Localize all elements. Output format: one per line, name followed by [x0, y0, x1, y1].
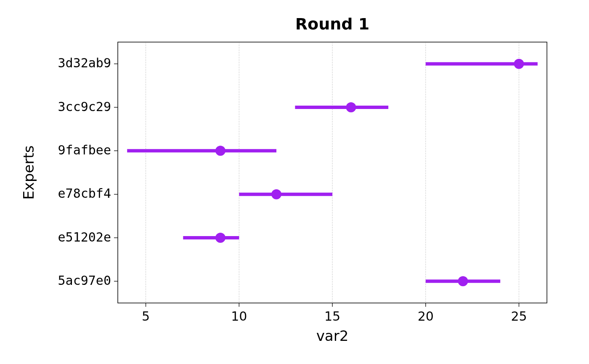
interval-point: [215, 233, 226, 243]
y-tick-label: e78cbf4: [58, 186, 111, 201]
x-tick-label: 15: [324, 309, 340, 324]
chart-container: 5101520255ac97e0e51202ee78cbf49fafbee3cc…: [0, 0, 589, 364]
x-tick-label: 10: [231, 309, 247, 324]
interval-point: [215, 146, 226, 156]
y-tick-label: 3cc9c29: [58, 99, 111, 114]
x-tick-label: 25: [511, 309, 527, 324]
y-tick-label: e51202e: [58, 230, 111, 244]
y-tick-label: 3d32ab9: [58, 56, 111, 70]
interval-point: [458, 276, 468, 286]
chart-title: Round 1: [295, 15, 369, 33]
interval-point: [514, 59, 524, 69]
y-axis-label: Experts: [20, 145, 37, 199]
y-tick-label: 9fafbee: [58, 143, 111, 157]
x-axis-label: var2: [316, 327, 349, 344]
interval-point: [346, 102, 356, 112]
y-tick-label: 5ac97e0: [58, 273, 111, 288]
chart-svg: 5101520255ac97e0e51202ee78cbf49fafbee3cc…: [0, 0, 589, 364]
x-tick-label: 5: [142, 309, 150, 324]
x-tick-label: 20: [418, 309, 434, 324]
interval-point: [271, 189, 281, 199]
